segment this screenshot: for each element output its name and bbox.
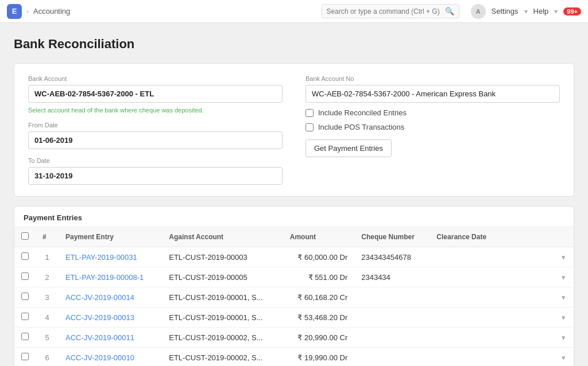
table-row: 1 ETL-PAY-2019-00031 ETL-CUST-2019-00003… — [14, 247, 574, 267]
row-checkbox — [14, 307, 36, 328]
row-payment-entry[interactable]: ACC-JV-2019-00014 — [59, 287, 162, 307]
col-clearance-date: Clearance Date — [430, 227, 554, 247]
table-header: # Payment Entry Against Account Amount C… — [14, 227, 574, 247]
row-clearance-date[interactable] — [430, 247, 554, 267]
page-content: Bank Reconciliation Bank Account Select … — [0, 23, 588, 366]
select-all-checkbox[interactable] — [21, 232, 29, 240]
help-button[interactable]: Help — [533, 7, 549, 15]
form-grid: Bank Account Select account head of the … — [28, 75, 560, 185]
table-body: 1 ETL-PAY-2019-00031 ETL-CUST-2019-00003… — [14, 247, 574, 367]
row-num: 3 — [36, 287, 59, 307]
row-num: 1 — [36, 247, 59, 267]
row-checkbox — [14, 247, 36, 267]
col-actions — [554, 227, 574, 247]
to-date-group: To Date — [28, 157, 283, 185]
notification-badge[interactable]: 99+ — [563, 7, 581, 15]
row-dropdown[interactable]: ▾ — [554, 348, 574, 367]
row-payment-entry[interactable]: ACC-JV-2019-00011 — [59, 328, 162, 348]
col-amount: Amount — [283, 227, 355, 247]
row-dropdown[interactable]: ▾ — [554, 247, 574, 267]
row-cheque-number — [354, 328, 430, 348]
breadcrumb: Accounting — [33, 7, 70, 15]
row-against-account: ETL-CUST-2019-00001, S... — [162, 287, 283, 307]
row-clearance-date[interactable] — [430, 287, 554, 307]
table-row: 6 ACC-JV-2019-00010 ETL-CUST-2019-00002,… — [14, 348, 574, 367]
row-num: 5 — [36, 328, 59, 348]
include-reconciled-label: Include Reconciled Entries — [318, 108, 407, 117]
row-payment-entry[interactable]: ACC-JV-2019-00013 — [59, 307, 162, 328]
row-clearance-date[interactable] — [430, 348, 554, 367]
row-dropdown[interactable]: ▾ — [554, 307, 574, 328]
get-payment-button[interactable]: Get Payment Entries — [305, 139, 392, 157]
include-pos-checkbox[interactable] — [305, 123, 314, 131]
payment-entries-table: # Payment Entry Against Account Amount C… — [14, 227, 574, 366]
row-num: 6 — [36, 348, 59, 367]
include-pos-row: Include POS Transactions — [305, 123, 560, 131]
row-payment-entry[interactable]: ETL-PAY-2019-00008-1 — [59, 267, 162, 287]
help-chevron: ▾ — [554, 7, 558, 15]
row-amount: ₹ 20,990.00 Cr — [283, 328, 355, 348]
row-select-checkbox[interactable] — [21, 293, 29, 300]
row-payment-entry[interactable]: ACC-JV-2019-00010 — [59, 348, 162, 367]
nav-right: A Settings ▾ Help ▾ 99+ — [471, 4, 581, 19]
row-amount: ₹ 60,000.00 Dr — [283, 247, 355, 267]
row-payment-entry[interactable]: ETL-PAY-2019-00031 — [59, 247, 162, 267]
search-input[interactable] — [327, 7, 442, 15]
table-row: 2 ETL-PAY-2019-00008-1 ETL-CUST-2019-000… — [14, 267, 574, 287]
row-cheque-number: 2343434 — [354, 267, 430, 287]
row-num: 4 — [36, 307, 59, 328]
right-column: Bank Account No Include Reconciled Entri… — [305, 75, 560, 185]
to-date-input[interactable] — [28, 167, 283, 185]
row-clearance-date[interactable] — [430, 328, 554, 348]
bank-account-group: Bank Account Select account head of the … — [28, 75, 283, 114]
avatar[interactable]: A — [471, 4, 486, 19]
table-row: 4 ACC-JV-2019-00013 ETL-CUST-2019-00001,… — [14, 307, 574, 328]
row-select-checkbox[interactable] — [21, 252, 29, 260]
row-cheque-number — [354, 307, 430, 328]
row-checkbox — [14, 348, 36, 367]
breadcrumb-chevron: › — [26, 7, 29, 15]
col-against-account: Against Account — [162, 227, 283, 247]
row-clearance-date[interactable] — [430, 307, 554, 328]
row-checkbox — [14, 267, 36, 287]
row-dropdown[interactable]: ▾ — [554, 267, 574, 287]
to-date-label: To Date — [28, 157, 283, 164]
row-dropdown[interactable]: ▾ — [554, 328, 574, 348]
bank-account-no-input[interactable] — [305, 85, 560, 103]
from-date-group: From Date — [28, 122, 283, 149]
table-row: 5 ACC-JV-2019-00011 ETL-CUST-2019-00002,… — [14, 328, 574, 348]
table-card: Payment Entries # Payment Entry Against … — [14, 206, 574, 366]
row-select-checkbox[interactable] — [21, 353, 29, 360]
include-reconciled-checkbox[interactable] — [305, 109, 314, 117]
left-column: Bank Account Select account head of the … — [28, 75, 283, 185]
table-row: 3 ACC-JV-2019-00014 ETL-CUST-2019-00001,… — [14, 287, 574, 307]
top-nav: E › Accounting 🔍 A Settings ▾ Help ▾ 99+ — [0, 0, 588, 23]
include-pos-label: Include POS Transactions — [318, 123, 404, 131]
bank-account-label: Bank Account — [28, 75, 283, 82]
row-num: 2 — [36, 267, 59, 287]
search-icon: 🔍 — [445, 7, 454, 15]
row-amount: ₹ 53,468.20 Dr — [283, 307, 355, 328]
row-select-checkbox[interactable] — [21, 333, 29, 340]
row-against-account: ETL-CUST-2019-00002, S... — [162, 348, 283, 367]
row-against-account: ETL-CUST-2019-00005 — [162, 267, 283, 287]
bank-account-hint: Select account head of the bank where ch… — [28, 107, 283, 114]
row-select-checkbox[interactable] — [21, 313, 29, 320]
app-logo[interactable]: E — [7, 4, 22, 19]
bank-account-no-label: Bank Account No — [305, 75, 560, 82]
row-select-checkbox[interactable] — [21, 272, 29, 280]
col-checkbox — [14, 227, 36, 247]
row-dropdown[interactable]: ▾ — [554, 287, 574, 307]
search-bar[interactable]: 🔍 — [322, 4, 459, 18]
bank-account-input[interactable] — [28, 85, 283, 103]
row-clearance-date[interactable] — [430, 267, 554, 287]
row-checkbox — [14, 287, 36, 307]
settings-button[interactable]: Settings — [492, 7, 519, 15]
col-cheque-number: Cheque Number — [354, 227, 430, 247]
row-amount: ₹ 19,990.00 Dr — [283, 348, 355, 367]
col-num: # — [36, 227, 59, 247]
row-amount: ₹ 551.00 Dr — [283, 267, 355, 287]
from-date-input[interactable] — [28, 131, 283, 149]
row-cheque-number — [354, 348, 430, 367]
row-against-account: ETL-CUST-2019-00003 — [162, 247, 283, 267]
